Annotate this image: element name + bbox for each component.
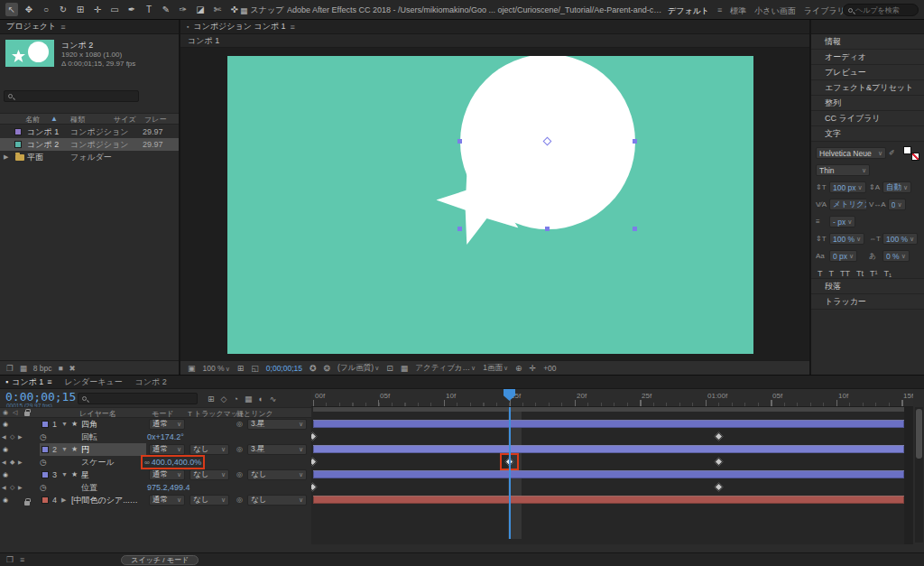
puppet-pin-tool-icon[interactable]: ✜ <box>228 3 241 16</box>
add-keyframe-icon[interactable]: ◇ <box>10 481 14 494</box>
region-of-interest-icon[interactable]: ⊡ <box>386 364 393 373</box>
timeline-tab-render-queue[interactable]: レンダーキュー <box>65 376 123 388</box>
faux-bold-button[interactable]: T <box>818 269 823 278</box>
keyframe-icon[interactable] <box>715 483 724 492</box>
item-name[interactable]: コンポ 2 <box>27 138 59 151</box>
graph-editor-icon[interactable]: ∿ <box>270 394 277 404</box>
selection-handle[interactable] <box>545 227 550 231</box>
label-color-chip[interactable] <box>14 141 22 148</box>
item-name[interactable]: コンポ 1 <box>27 125 59 138</box>
project-row-comp1[interactable]: コンポ 1 コンポジション 29.97 <box>0 125 179 138</box>
view-layout-dropdown[interactable]: 1画面∨ <box>483 363 508 374</box>
flowchart-icon[interactable]: ▦ <box>20 364 27 373</box>
superscript-button[interactable]: T¹ <box>870 269 878 278</box>
preview-comp-name[interactable]: コンポ 2 <box>61 41 135 51</box>
prev-keyframe-icon[interactable]: ◀ <box>2 431 6 443</box>
pixel-aspect-icon[interactable]: ⊕ <box>515 364 522 373</box>
twirl-right-icon[interactable]: ▶ <box>4 151 8 163</box>
timeline-search-input[interactable] <box>78 393 198 404</box>
stroke-width-dropdown[interactable]: - px∨ <box>829 216 855 227</box>
pen-tool-icon[interactable]: ✒ <box>125 3 138 16</box>
baseline-shift-dropdown[interactable]: 0 px∨ <box>829 250 857 262</box>
add-keyframe-icon[interactable]: ◇ <box>10 431 14 443</box>
footer-menu-icon[interactable]: ≡ <box>20 555 24 564</box>
layer-name[interactable]: 四角 <box>81 418 97 431</box>
new-folder-icon[interactable]: ■ <box>58 364 62 373</box>
panel-tracker[interactable]: トラッカー <box>811 294 924 310</box>
property-name[interactable]: 位置 <box>81 481 97 494</box>
parent-dropdown[interactable]: 3.星∨ <box>247 444 307 455</box>
timeline-tab-comp2[interactable]: コンポ 2 <box>135 376 167 388</box>
current-time-indicator-line[interactable] <box>509 389 511 539</box>
parent-pickwhip-icon[interactable]: ◎ <box>236 469 243 481</box>
comp-mini-flowchart-icon[interactable]: ⊞ <box>208 394 215 404</box>
workspace-libraries[interactable]: ライブラリ <box>804 5 845 17</box>
panel-menu-icon[interactable]: ≡ <box>291 23 295 32</box>
column-type[interactable]: 種類 <box>70 115 85 125</box>
selection-handle[interactable] <box>457 139 462 144</box>
project-tab[interactable]: プロジェクト <box>6 21 56 32</box>
parent-dropdown[interactable]: なし∨ <box>247 495 307 506</box>
layer-row-1[interactable]: ◉ 1 ▼ ★ 四角 通常∨ ◎ 3.星∨ <box>0 418 311 431</box>
next-keyframe-icon[interactable]: ▶ <box>18 481 23 494</box>
current-time-display[interactable]: 0;00;00;15 <box>266 364 302 373</box>
switches-modes-toggle[interactable]: スイッチ / モード <box>121 555 199 565</box>
stopwatch-icon[interactable]: ◷ <box>40 431 47 443</box>
roto-brush-tool-icon[interactable]: ✄ <box>211 3 224 16</box>
selection-handle[interactable] <box>633 139 637 144</box>
keyframe-at-time-icon[interactable]: ◆ <box>10 456 14 469</box>
next-keyframe-icon[interactable]: ▶ <box>18 456 23 469</box>
parent-pickwhip-icon[interactable]: ◎ <box>236 494 243 506</box>
keyframe-icon[interactable] <box>311 483 317 492</box>
project-row-comp2-selected[interactable]: コンポ 2 コンポジション 29.97 <box>0 138 179 151</box>
label-color-chip[interactable] <box>14 128 22 135</box>
keyframe-icon[interactable] <box>311 458 317 467</box>
comp-canvas[interactable] <box>227 56 753 354</box>
interpret-footage-icon[interactable]: ❐ <box>6 364 14 373</box>
label-color-chip[interactable] <box>42 446 49 453</box>
trackmatte-dropdown[interactable]: なし∨ <box>189 444 229 455</box>
motion-blur-icon[interactable]: ◐ <box>258 394 263 404</box>
property-row-rotation[interactable]: ◀ ◇ ▶ ◷ 回転 0x+174.2° <box>0 431 311 443</box>
eraser-tool-icon[interactable]: ◪ <box>194 3 207 16</box>
font-size-dropdown[interactable]: 100 px∨ <box>829 181 866 193</box>
channel-icon[interactable]: ❂ <box>324 364 331 373</box>
twirl-down-icon[interactable]: ▼ <box>61 418 68 431</box>
prev-keyframe-icon[interactable]: ◀ <box>2 481 6 494</box>
twirl-down-icon[interactable]: ▼ <box>61 469 68 481</box>
vertical-scrollbar[interactable] <box>915 407 923 543</box>
snap-toggle[interactable]: ▦ スナップ <box>240 5 283 16</box>
eyedropper-icon[interactable]: ✐ <box>889 149 901 157</box>
mask-visibility-icon[interactable]: ◱ <box>251 364 259 373</box>
layer-name[interactable]: 星 <box>81 469 89 481</box>
panel-cc-libraries[interactable]: CC ライブラリ <box>811 111 924 126</box>
layer-name[interactable]: 円 <box>81 443 89 456</box>
column-size[interactable]: サイズ <box>114 115 136 125</box>
workspace-standard[interactable]: 標準 <box>730 5 746 17</box>
visibility-eye-icon[interactable]: ◉ <box>3 418 8 431</box>
camera-tool-icon[interactable]: ⊞ <box>74 3 87 16</box>
link-icon[interactable]: ∞ <box>144 459 150 467</box>
faux-italic-button[interactable]: T <box>829 269 835 278</box>
current-timecode[interactable]: 0:00;00;15 <box>5 390 76 404</box>
fast-previews-icon[interactable]: ✛ <box>530 364 537 373</box>
comp-nav-tab[interactable]: コンポ 1 <box>188 35 219 47</box>
property-row-position[interactable]: ◀ ◇ ▶ ◷ 位置 975.2,499.4 <box>0 481 311 494</box>
blend-mode-dropdown[interactable]: 通常∨ <box>149 444 185 455</box>
tracking-dropdown[interactable]: 0∨ <box>888 199 906 210</box>
time-ruler[interactable]: 00f 05f 10f 15f 20f 25f 01:00f 05f 10f 1… <box>311 389 913 407</box>
scrollbar-thumb[interactable] <box>916 409 922 459</box>
workspace-small-screen[interactable]: 小さい画面 <box>754 5 795 17</box>
small-caps-button[interactable]: Tt <box>856 269 864 278</box>
fill-swatch[interactable] <box>903 146 911 154</box>
project-search-input[interactable] <box>4 90 139 102</box>
stopwatch-icon[interactable]: ◷ <box>40 456 47 469</box>
keyframe-icon[interactable] <box>715 458 724 467</box>
item-name[interactable]: 平面 <box>27 151 43 163</box>
hide-shy-layers-icon[interactable]: ◔ <box>233 394 237 404</box>
label-color-chip[interactable] <box>42 421 49 428</box>
lock-icon[interactable] <box>24 497 30 507</box>
selection-tool-icon[interactable]: ↖ <box>5 3 18 16</box>
type-tool-icon[interactable]: T <box>143 3 155 16</box>
timeline-tab-comp1[interactable]: ▪ コンポ 1 ≡ <box>5 376 52 388</box>
